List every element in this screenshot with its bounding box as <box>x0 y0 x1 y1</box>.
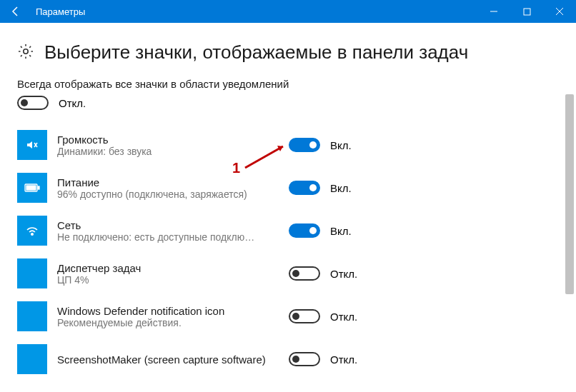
list-item: Windows Defender notification iconРекоме… <box>17 296 576 338</box>
svg-point-10 <box>31 233 34 236</box>
list-item: Диспетчер задачЦП 4%Откл. <box>17 253 576 296</box>
item-text: Питание96% доступно (подключена, заряжае… <box>57 176 279 200</box>
back-button[interactable] <box>0 0 31 23</box>
item-text: ScreenshotMaker (screen capture software… <box>57 353 279 366</box>
minimize-button[interactable] <box>477 0 510 23</box>
svg-rect-9 <box>26 186 36 190</box>
item-desc: Динамики: без звука <box>57 146 279 157</box>
item-desc: 96% доступно (подключена, заряжается) <box>57 189 279 200</box>
titlebar: Параметры <box>0 0 576 23</box>
always-show-label: Всегда отображать все значки в области у… <box>17 78 576 96</box>
icon-list: ГромкостьДинамики: без звукаВкл.Питание9… <box>17 124 576 381</box>
item-toggle[interactable] <box>289 266 320 281</box>
list-item: СетьНе подключено: есть доступные подклю… <box>17 210 576 253</box>
maximize-button[interactable] <box>510 0 543 23</box>
scrollbar[interactable] <box>565 66 575 373</box>
item-toggle-label: Откл. <box>330 311 357 323</box>
item-desc: Не подключено: есть доступные подклю… <box>57 231 279 243</box>
list-item: ScreenshotMaker (screen capture software… <box>17 338 576 381</box>
content: Выберите значки, отображаемые в панели з… <box>0 23 576 392</box>
item-toggle-label: Откл. <box>330 353 357 366</box>
item-text: ГромкостьДинамики: без звука <box>57 134 279 157</box>
blank-icon <box>17 258 47 288</box>
item-title: Питание <box>57 176 279 189</box>
page-heading: Выберите значки, отображаемые в панели з… <box>44 41 468 64</box>
item-toggle[interactable] <box>289 309 320 323</box>
master-toggle-label: Откл. <box>59 97 86 109</box>
item-title: Сеть <box>57 219 279 231</box>
svg-rect-8 <box>38 186 39 189</box>
item-desc: ЦП 4% <box>57 274 279 286</box>
item-toggle[interactable] <box>289 223 320 238</box>
item-text: СетьНе подключено: есть доступные подклю… <box>57 219 279 243</box>
svg-rect-1 <box>524 9 530 15</box>
blank-icon <box>17 344 47 374</box>
item-toggle-label: Вкл. <box>330 225 352 237</box>
item-toggle-label: Откл. <box>330 268 357 280</box>
item-desc: Рекомендуемые действия. <box>57 317 279 328</box>
item-toggle-label: Вкл. <box>330 182 352 194</box>
item-text: Windows Defender notification iconРекоме… <box>57 305 279 328</box>
item-toggle[interactable] <box>289 138 320 152</box>
item-toggle-label: Вкл. <box>330 139 352 151</box>
close-button[interactable] <box>543 0 576 23</box>
item-title: ScreenshotMaker (screen capture software… <box>57 353 279 366</box>
list-item: ГромкостьДинамики: без звукаВкл. <box>17 124 576 167</box>
volume-icon <box>17 130 47 160</box>
window-title: Параметры <box>31 6 85 17</box>
item-text: Диспетчер задачЦП 4% <box>57 262 279 286</box>
item-title: Диспетчер задач <box>57 262 279 274</box>
svg-point-4 <box>24 49 28 53</box>
item-toggle[interactable] <box>289 181 320 195</box>
item-title: Windows Defender notification icon <box>57 305 279 317</box>
blank-icon <box>17 301 47 331</box>
gear-icon <box>17 43 34 63</box>
battery-icon <box>17 173 47 203</box>
list-item: Питание96% доступно (подключена, заряжае… <box>17 167 576 210</box>
item-toggle[interactable] <box>289 352 320 366</box>
master-toggle[interactable] <box>17 96 49 110</box>
wifi-icon <box>17 216 47 246</box>
item-title: Громкость <box>57 134 279 146</box>
scrollbar-thumb[interactable] <box>565 94 574 294</box>
